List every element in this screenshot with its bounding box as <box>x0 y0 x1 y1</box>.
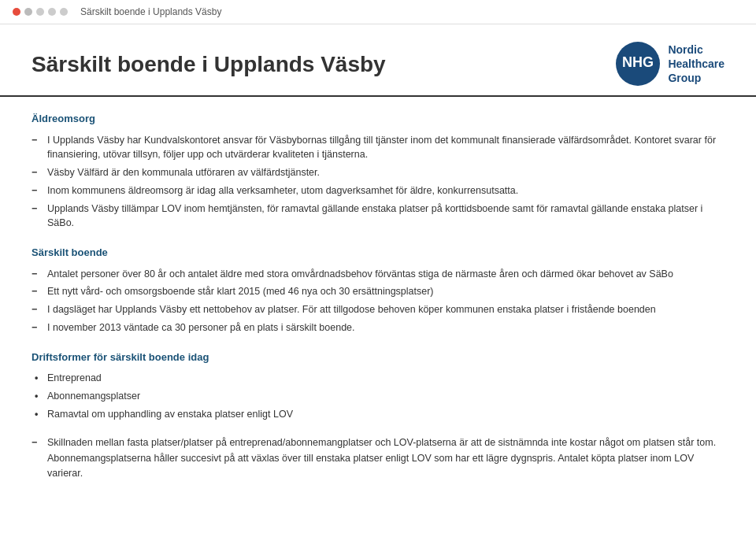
aldreomsorg-list: I Upplands Väsby har Kundvalskontoret an… <box>32 133 724 231</box>
logo-text: Nordic Healthcare Group <box>668 43 724 86</box>
list-item: I dagsläget har Upplands Väsby ett netto… <box>32 302 724 317</box>
list-item: Entreprenad <box>32 371 724 386</box>
skillnaden-text: Skillnaden mellan fasta platser/platser … <box>32 435 724 481</box>
dot-red <box>13 8 20 16</box>
header: Särskilt boende i Upplands Väsby NHG Nor… <box>0 24 756 97</box>
list-item: Upplands Väsby tillämpar LOV inom hemtjä… <box>32 202 724 231</box>
logo-container: NHG Nordic Healthcare Group <box>614 40 724 87</box>
sarskilt-boende-title: Särskilt boende <box>32 245 724 261</box>
dot-gray2 <box>36 8 44 16</box>
driftsformer-section: Driftsformer för särskilt boende idag En… <box>32 350 724 422</box>
driftsformer-title: Driftsformer för särskilt boende idag <box>32 350 724 365</box>
svg-text:NHG: NHG <box>622 54 654 70</box>
list-item: Ett nytt vård- och omsorgsboende står kl… <box>32 284 724 299</box>
logo-line1: Nordic <box>668 43 724 57</box>
dot-gray2b <box>48 8 56 16</box>
main-content: Äldreomsorg I Upplands Väsby har Kundval… <box>0 97 756 509</box>
list-item: Ramavtal om upphandling av enstaka plats… <box>32 407 724 422</box>
nav-title: Särskilt boende i Upplands Väsby <box>80 5 221 19</box>
dot-gray <box>24 8 32 16</box>
logo-line3: Group <box>668 71 724 85</box>
page: Särskilt boende i Upplands Väsby Särskil… <box>0 0 756 548</box>
list-item: Antalet personer över 80 år och antalet … <box>32 267 724 282</box>
list-item: Väsby Välfärd är den kommunala utföraren… <box>32 165 724 180</box>
top-bar: Särskilt boende i Upplands Väsby <box>0 0 756 24</box>
list-item: Inom kommunens äldreomsorg är idag alla … <box>32 183 724 198</box>
list-item: I Upplands Väsby har Kundvalskontoret an… <box>32 133 724 163</box>
aldreomsorg-title: Äldreomsorg <box>32 111 724 127</box>
aldreomsorg-section: Äldreomsorg I Upplands Väsby har Kundval… <box>32 111 724 231</box>
sarskilt-boende-section: Särskilt boende Antalet personer över 80… <box>32 245 724 335</box>
list-item: Abonnemangsplatser <box>32 389 724 404</box>
skillnaden-section: Skillnaden mellan fasta platser/platser … <box>32 435 724 481</box>
sarskilt-boende-list: Antalet personer över 80 år och antalet … <box>32 267 724 335</box>
driftsformer-list: Entreprenad Abonnemangsplatser Ramavtal … <box>32 371 724 421</box>
logo-line2: Healthcare <box>668 57 724 71</box>
page-title: Särskilt boende i Upplands Väsby <box>32 40 386 81</box>
nav-dots <box>13 8 68 16</box>
nhg-logo-icon: NHG <box>614 40 662 87</box>
list-item: I november 2013 väntade ca 30 personer p… <box>32 320 724 335</box>
dot-gray2c <box>60 8 68 16</box>
